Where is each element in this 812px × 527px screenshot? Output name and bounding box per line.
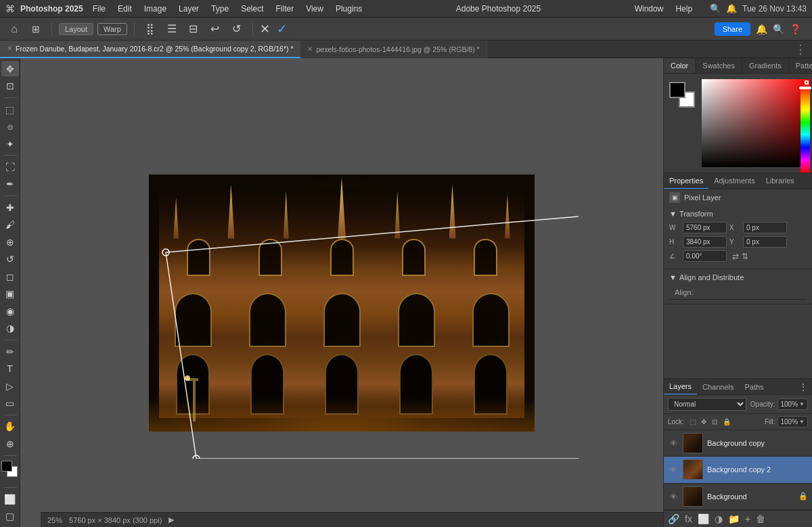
align-header[interactable]: ▼ Align and Distribute — [669, 273, 807, 281]
layer-eye-background[interactable]: 👁 — [668, 491, 679, 502]
tab-patterns[interactable]: Patterns — [789, 58, 812, 73]
confirm-button[interactable]: ✓ — [277, 22, 287, 37]
rotate-icon[interactable]: ↺ — [228, 20, 246, 38]
layer-item-background-copy-2[interactable]: 👁 Background copy 2 — [664, 457, 812, 483]
hue-strip[interactable] — [800, 85, 810, 173]
marquee-tool[interactable]: ⬚ — [1, 101, 19, 117]
lasso-tool[interactable]: ⌾ — [1, 118, 19, 134]
tab-gradients[interactable]: Gradients — [742, 58, 789, 73]
move-tool[interactable]: ✥ — [1, 61, 19, 76]
layer-item-background[interactable]: 👁 Background 🔒 — [664, 484, 812, 510]
blend-mode-select[interactable]: Normal — [668, 398, 746, 411]
layers-menu-button[interactable]: ⋮ — [794, 382, 812, 392]
layer-eye-background-copy-2[interactable]: 👁 — [668, 464, 679, 475]
eyedropper-tool[interactable]: ✒ — [1, 177, 19, 192]
flip-v-icon[interactable]: ⇅ — [742, 252, 748, 261]
grid-icon[interactable]: ⣿ — [141, 20, 159, 38]
notification-icon[interactable]: 🔔 — [726, 3, 737, 14]
share-button[interactable]: Share — [715, 22, 750, 36]
layout-button[interactable]: Layout — [59, 23, 93, 35]
menu-help[interactable]: Help — [670, 3, 698, 15]
cancel-button[interactable]: ✕ — [260, 22, 270, 37]
transform-header[interactable]: ▼ Transform — [669, 210, 807, 218]
zoom-tool[interactable]: ⊕ — [1, 436, 19, 451]
color-saturation-lightness[interactable] — [702, 79, 810, 167]
x-input[interactable] — [743, 222, 787, 233]
menu-file[interactable]: File — [87, 3, 111, 15]
fg-color-box[interactable] — [669, 82, 685, 98]
artboard-tool[interactable]: ⊡ — [1, 78, 19, 93]
add-effect-button[interactable]: fx — [685, 513, 692, 524]
menu-plugins[interactable]: Plugins — [330, 3, 367, 15]
fill-control[interactable]: 100% ▼ — [777, 416, 809, 428]
menu-window[interactable]: Window — [629, 3, 669, 15]
blur-tool[interactable]: ◉ — [1, 303, 19, 319]
tab-swatches[interactable]: Swatches — [696, 58, 742, 73]
tab-adjustments[interactable]: Adjustments — [708, 173, 761, 189]
hand-tool[interactable]: ✋ — [1, 419, 19, 434]
fg-bg-colors[interactable] — [669, 82, 696, 109]
layer-eye-background-copy[interactable]: 👁 — [668, 438, 679, 449]
h-input[interactable] — [683, 236, 727, 248]
menu-filter[interactable]: Filter — [270, 3, 299, 15]
tab-channels[interactable]: Channels — [697, 380, 739, 394]
brush-tool[interactable]: 🖌 — [1, 217, 19, 233]
menu-select[interactable]: Select — [235, 3, 269, 15]
link-layers-button[interactable]: 🔗 — [668, 513, 679, 524]
lock-position-icon[interactable]: ✥ — [701, 418, 706, 426]
flip-h-icon[interactable]: ⇄ — [732, 252, 739, 261]
new-adjustment-button[interactable]: ◑ — [715, 513, 723, 524]
history-brush-tool[interactable]: ↺ — [1, 252, 19, 267]
fg-color-swatch[interactable] — [1, 461, 12, 472]
tab-collapse-icon[interactable]: ⋮ — [789, 42, 812, 57]
gradient-tool[interactable]: ▣ — [1, 286, 19, 302]
opacity-control[interactable]: 100% ▼ — [777, 398, 809, 410]
screen-mode-tool[interactable]: ▢ — [1, 509, 19, 524]
lock-pixels-icon[interactable]: ⬚ — [690, 418, 696, 426]
search-icon[interactable]: 🔍 — [710, 3, 721, 14]
help-icon[interactable]: ❓ — [790, 24, 801, 35]
menu-view[interactable]: View — [300, 3, 329, 15]
layer-item-background-copy[interactable]: 👁 Background copy — [664, 430, 812, 457]
clone-stamp-tool[interactable]: ⊕ — [1, 234, 19, 250]
tab2-close[interactable]: ✕ — [307, 45, 313, 53]
tab-color[interactable]: Color — [664, 58, 696, 73]
tab-layers[interactable]: Layers — [664, 379, 697, 394]
new-layer-button[interactable]: + — [745, 513, 750, 524]
color-picker-gradient-area[interactable] — [702, 79, 810, 167]
text-tool[interactable]: T — [1, 361, 19, 376]
quick-mask-tool[interactable]: ⬜ — [1, 491, 19, 507]
tab-properties[interactable]: Properties — [664, 173, 708, 189]
healing-tool[interactable]: ✚ — [1, 200, 19, 215]
color-swatch-area[interactable] — [1, 461, 19, 483]
home-icon[interactable]: ⌂ — [5, 20, 23, 38]
history-icon[interactable]: ↩ — [206, 20, 224, 38]
warp-button[interactable]: Warp — [97, 23, 127, 35]
tab-2[interactable]: ✕ pexels-fotios-photos-1444416.jpg @ 25%… — [300, 41, 487, 58]
dodge-tool[interactable]: ◑ — [1, 321, 19, 336]
status-arrow-icon[interactable]: ▶ — [168, 515, 174, 524]
new-group-button[interactable]: 📁 — [728, 513, 740, 524]
tab-paths[interactable]: Paths — [740, 380, 769, 394]
apple-logo[interactable]: ⌘ — [5, 3, 15, 14]
angle-input[interactable] — [683, 250, 727, 262]
path-selection-tool[interactable]: ▷ — [1, 378, 19, 394]
align-icon[interactable]: ⊟ — [185, 20, 202, 38]
select-subject-tool[interactable]: ✦ — [1, 136, 19, 152]
y-input[interactable] — [743, 236, 787, 248]
add-mask-button[interactable]: ⬜ — [698, 513, 709, 524]
tab1-close[interactable]: ✕ — [7, 45, 12, 52]
tab-1[interactable]: ✕ Frozen Danube, Budapest, January 2016-… — [0, 41, 300, 58]
lock-all-icon[interactable]: 🔒 — [723, 418, 731, 426]
delete-layer-button[interactable]: 🗑 — [756, 513, 765, 524]
pen-tool[interactable]: ✏ — [1, 344, 19, 359]
tab-libraries[interactable]: Libraries — [761, 173, 800, 189]
menu-image[interactable]: Image — [139, 3, 172, 15]
shape-tool[interactable]: ▭ — [1, 395, 19, 411]
crop-tool[interactable]: ⛶ — [1, 159, 19, 175]
menu-layer[interactable]: Layer — [173, 3, 204, 15]
menu-type[interactable]: Type — [206, 3, 234, 15]
artboard-icon[interactable]: ⊞ — [27, 20, 45, 38]
notification-bell-icon[interactable]: 🔔 — [756, 24, 767, 35]
opacity-dropdown-icon[interactable]: ▼ — [799, 401, 805, 407]
